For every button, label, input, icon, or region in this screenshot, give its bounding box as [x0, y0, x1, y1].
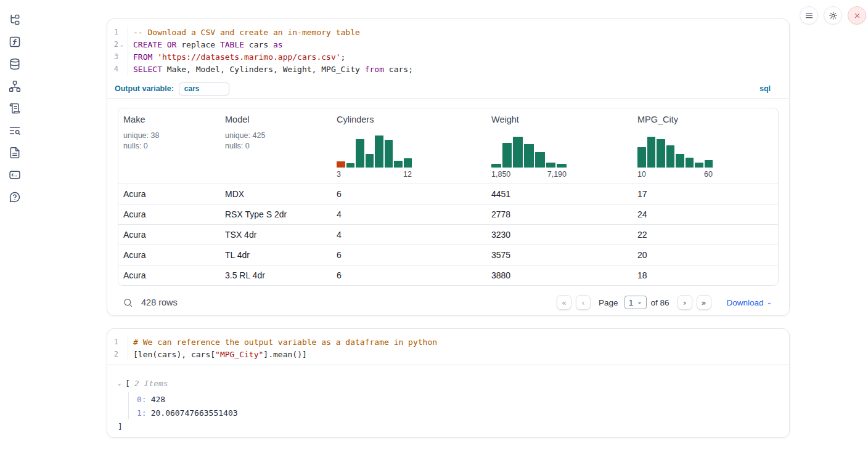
- page-total: of 86: [651, 298, 669, 307]
- sql-code-editor[interactable]: 1 -- Download a CSV and create an in-mem…: [107, 19, 789, 79]
- items-count: 2 Items: [134, 379, 168, 388]
- histogram-axis: 1,8507,190: [491, 170, 567, 179]
- output-tree: ⌄ [ 2 Items 0: 428 1: 20.060747663551403…: [107, 365, 789, 433]
- database-icon: [9, 58, 21, 70]
- table-footer: 428 rows « ‹ Page 1⌄ of 86 › » Download⌄: [107, 293, 789, 312]
- snippets-button[interactable]: [9, 169, 21, 181]
- documentation-button[interactable]: [9, 147, 21, 159]
- line-number: 1: [110, 28, 118, 36]
- shutdown-button[interactable]: [848, 6, 866, 25]
- code-line: 1 # We can reference the output variable…: [107, 336, 789, 348]
- line-number: 4: [110, 65, 118, 73]
- text-search-icon: [9, 124, 21, 137]
- prev-page-button[interactable]: ‹: [576, 295, 591, 310]
- code-line: 1 -- Download a CSV and create an in-mem…: [107, 26, 789, 38]
- sql-url-string: 'https://datasets.marimo.app/cars.csv': [157, 52, 340, 62]
- datasources-button[interactable]: [9, 58, 21, 70]
- cylinders-histogram: [337, 136, 412, 168]
- tree-item: 1: 20.060747663551403: [137, 406, 789, 419]
- line-number: 2: [110, 40, 118, 49]
- column-header-model[interactable]: Model unique: 425nulls: 0: [220, 108, 332, 184]
- table-header-row: Make unique: 38nulls: 0 Model unique: 42…: [118, 108, 778, 184]
- output-variable-label: Output variable:: [115, 84, 174, 93]
- item-value: 20.060747663551403: [151, 408, 238, 418]
- variables-button[interactable]: [9, 36, 21, 48]
- last-page-button[interactable]: »: [697, 295, 711, 310]
- python-comment: # We can reference the output variable a…: [133, 338, 437, 347]
- histogram-axis: 1060: [637, 170, 713, 179]
- python-code-editor[interactable]: 1 # We can reference the output variable…: [107, 329, 789, 365]
- chevron-down-icon: ⌄: [767, 299, 772, 305]
- column-header-weight[interactable]: Weight 1,8507,190: [486, 108, 633, 184]
- language-badge: sql: [760, 84, 782, 93]
- column-header-mpg-city[interactable]: MPG_City 1060: [633, 108, 778, 184]
- table-row: AcuraTL 4dr6357520: [118, 245, 778, 265]
- left-sidebar: [0, 0, 30, 449]
- function-square-icon: [9, 36, 21, 48]
- logs-button[interactable]: [9, 124, 21, 137]
- dependencies-button[interactable]: [9, 80, 21, 92]
- table-row: AcuraMDX6445117: [118, 184, 778, 204]
- top-right-controls: [800, 6, 866, 25]
- mpg-city-histogram: [637, 136, 713, 168]
- first-page-button[interactable]: «: [557, 295, 571, 310]
- first-page-icon: «: [562, 298, 567, 307]
- bracket-close: ]: [118, 422, 789, 433]
- hamburger-menu-icon: [805, 11, 814, 20]
- next-page-icon: ›: [683, 298, 686, 307]
- line-number: 2: [110, 350, 118, 358]
- tree-item: 0: 428: [137, 392, 789, 406]
- gear-icon: [829, 11, 838, 20]
- weight-histogram: [491, 136, 567, 168]
- download-button[interactable]: Download⌄: [727, 298, 772, 307]
- sql-cell: 1 -- Download a CSV and create an in-mem…: [107, 18, 790, 316]
- scratchpad-button[interactable]: [9, 102, 21, 115]
- search-icon[interactable]: [123, 297, 133, 308]
- table-row: AcuraRSX Type S 2dr4277824: [118, 204, 778, 224]
- sql-comment: -- Download a CSV and create an in-memor…: [133, 28, 360, 37]
- code-line: 4 SELECT Make, Model, Cylinders, Weight,…: [107, 63, 789, 75]
- settings-button[interactable]: [824, 6, 842, 25]
- histogram-axis: 312: [337, 170, 412, 179]
- line-number: 3: [110, 52, 118, 61]
- code-snippet-icon: [9, 169, 21, 181]
- fold-chevron-icon[interactable]: ⌄: [118, 41, 125, 47]
- column-stats: unique: 425nulls: 0: [225, 131, 327, 152]
- menu-button[interactable]: [800, 6, 818, 25]
- chevron-down-icon: ⌄: [637, 298, 642, 305]
- code-line: 2 [len(cars), cars["MPG_City"].mean()]: [107, 348, 789, 360]
- scroll-icon: [9, 102, 21, 115]
- data-table: Make unique: 38nulls: 0 Model unique: 42…: [118, 108, 779, 286]
- item-index: 0:: [137, 395, 147, 404]
- help-button[interactable]: [9, 191, 21, 203]
- column-header-make[interactable]: Make unique: 38nulls: 0: [118, 108, 220, 184]
- next-page-button[interactable]: ›: [678, 295, 692, 310]
- bracket-open: [: [125, 379, 130, 388]
- python-cell: 1 # We can reference the output variable…: [107, 328, 790, 438]
- code-line: 2⌄ CREATE OR replace TABLE cars as: [107, 38, 789, 51]
- network-icon: [9, 80, 21, 92]
- output-variable-input[interactable]: [179, 83, 229, 95]
- column-header-cylinders[interactable]: Cylinders 312: [332, 108, 486, 184]
- file-text-icon: [9, 147, 21, 159]
- code-line: 3 FROM 'https://datasets.marimo.app/cars…: [107, 51, 789, 63]
- output-variable-strip: Output variable: sql: [107, 79, 789, 99]
- table-row: Acura3.5 RL 4dr6388018: [118, 265, 778, 285]
- file-tree-icon: [9, 14, 21, 26]
- last-page-icon: »: [702, 298, 706, 307]
- column-stats: unique: 38nulls: 0: [123, 131, 215, 152]
- prev-page-icon: ‹: [581, 298, 584, 307]
- item-value: 428: [151, 395, 165, 404]
- line-number: 1: [110, 338, 118, 346]
- close-icon: [853, 11, 862, 20]
- page-select[interactable]: 1⌄: [624, 296, 647, 309]
- table-row: AcuraTSX 4dr4323022: [118, 224, 778, 245]
- help-circle-icon: [9, 191, 21, 203]
- item-index: 1:: [137, 408, 147, 418]
- tree-collapse-icon[interactable]: ⌄: [118, 380, 125, 386]
- file-explorer-button[interactable]: [9, 14, 21, 26]
- row-count: 428 rows: [141, 297, 178, 307]
- page-label: Page: [599, 298, 618, 307]
- pagination: « ‹ Page 1⌄ of 86 › » Download⌄: [557, 295, 772, 310]
